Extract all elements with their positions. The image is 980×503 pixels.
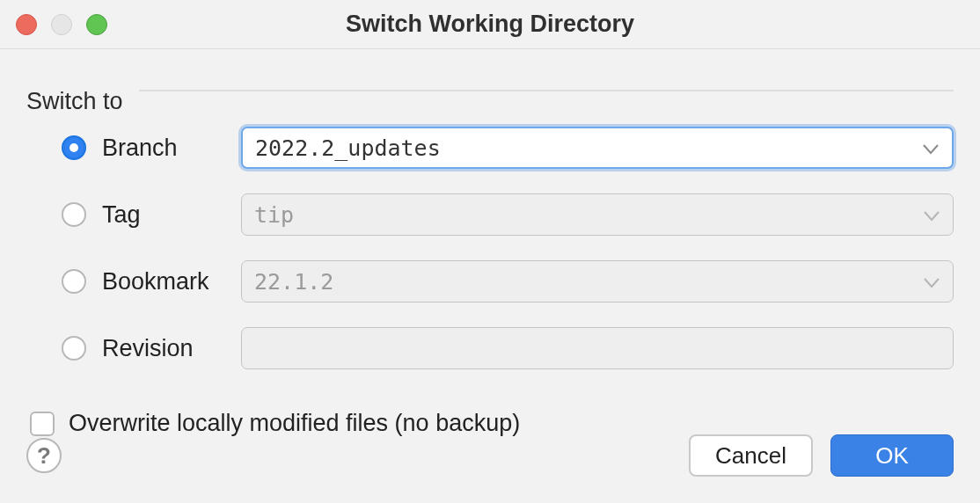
revision-radio[interactable] [62,336,86,361]
branch-radio[interactable] [62,135,86,160]
branch-combobox[interactable]: 2022.2_updates [241,127,954,169]
titlebar: Switch Working Directory [0,0,980,49]
zoom-window-button[interactable] [86,14,107,35]
chevron-down-icon [923,269,940,295]
tag-combobox-value: tip [254,202,923,228]
bookmark-combobox[interactable]: 22.1.2 [241,260,954,303]
group-label: Switch to [26,88,139,115]
ok-button[interactable]: OK [830,434,954,477]
help-button[interactable]: ? [26,438,62,473]
tag-radio[interactable] [62,202,86,227]
chevron-down-icon [923,202,940,228]
options-list: Branch 2022.2_updates Tag tip [26,91,954,369]
tag-combobox[interactable]: tip [241,193,954,236]
bookmark-radio-label[interactable]: Bookmark [102,268,225,295]
chevron-down-icon [922,135,940,161]
cancel-button[interactable]: Cancel [689,434,813,477]
bookmark-combobox-value: 22.1.2 [254,269,923,295]
close-window-button[interactable] [16,14,37,35]
revision-input[interactable] [241,327,954,369]
branch-radio-label[interactable]: Branch [102,135,225,162]
revision-radio-label[interactable]: Revision [102,335,225,362]
revision-row: Revision [62,327,954,369]
minimize-window-button [51,14,72,35]
window-title: Switch Working Directory [346,11,634,38]
dialog-footer: ? Cancel OK [0,429,980,503]
bookmark-radio[interactable] [62,269,86,294]
window-controls [16,14,107,35]
switch-to-group: Switch to Branch 2022.2_updates Tag tip [26,90,954,369]
tag-radio-label[interactable]: Tag [102,201,225,229]
dialog-content: Switch to Branch 2022.2_updates Tag tip [0,49,980,437]
bookmark-row: Bookmark 22.1.2 [62,260,954,303]
branch-row: Branch 2022.2_updates [62,127,954,169]
tag-row: Tag tip [62,193,954,236]
branch-combobox-value: 2022.2_updates [255,135,922,161]
